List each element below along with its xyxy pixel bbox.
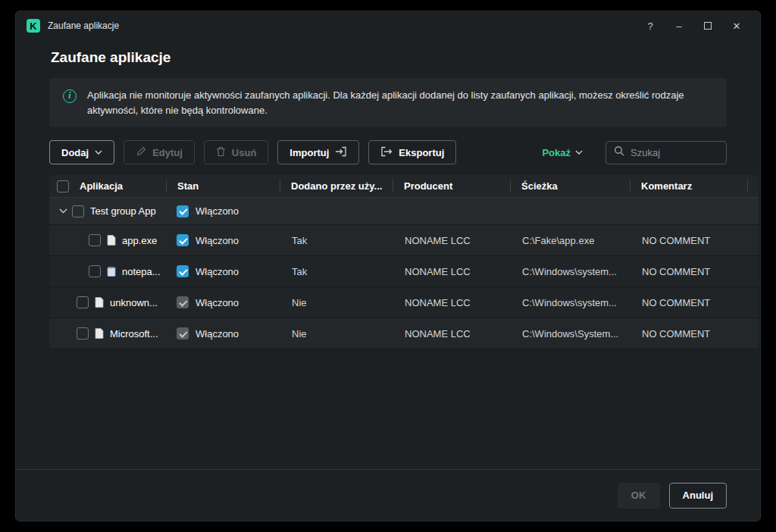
column-header-path[interactable]: Ścieżka: [510, 175, 630, 197]
table-row-group[interactable]: Test group App Włączono: [49, 198, 759, 225]
state-checkbox[interactable]: [177, 296, 189, 308]
column-header-producer[interactable]: Producent: [393, 175, 510, 197]
help-button[interactable]: ?: [639, 16, 662, 36]
column-header-added-by-user[interactable]: Dodano przez uży...: [280, 175, 393, 197]
close-icon: ✕: [733, 20, 741, 32]
close-button[interactable]: ✕: [725, 16, 748, 36]
info-icon: i: [63, 89, 77, 103]
producer-value: NONAME LCC: [393, 235, 510, 246]
added-by-user-value: Nie: [280, 328, 393, 340]
comment-value: NO COMMENT: [630, 235, 747, 246]
chevron-down-icon: [575, 150, 583, 155]
row-checkbox[interactable]: [89, 265, 101, 277]
maximize-button[interactable]: [696, 16, 719, 36]
state-label: Włączono: [196, 205, 239, 217]
export-icon: [380, 146, 393, 159]
kaspersky-logo-icon: K: [27, 19, 40, 33]
table-row[interactable]: unknown... Włączono Nie NONAME LCC C:\Wi…: [49, 287, 759, 318]
table-row[interactable]: notepa... Włączono Tak NONAME LCC C:\Win…: [49, 256, 759, 287]
chevron-down-icon: [95, 150, 102, 155]
table-row[interactable]: Microsoft... Włączono Nie NONAME LCC C:\…: [49, 318, 759, 349]
file-icon: [107, 235, 116, 246]
added-by-user-value: Nie: [280, 297, 393, 308]
state-label: Włączono: [196, 266, 239, 277]
state-checkbox[interactable]: [177, 327, 189, 340]
edit-button-label: Edytuj: [152, 147, 183, 158]
table-header-row: Aplikacja Stan Dodano przez uży... Produ…: [49, 175, 759, 198]
comment-value: NO COMMENT: [630, 328, 747, 340]
delete-button[interactable]: Usuń: [204, 140, 269, 164]
application-name: Microsoft...: [110, 328, 158, 340]
trash-icon: [216, 146, 226, 159]
show-dropdown[interactable]: Pokaż: [542, 147, 583, 158]
help-icon: ?: [647, 20, 652, 32]
state-checkbox[interactable]: [177, 234, 189, 246]
import-icon: [335, 146, 347, 159]
header-filler-cell: [747, 175, 759, 197]
maximize-icon: [704, 22, 712, 30]
import-button-label: Importuj: [289, 147, 329, 158]
comment-value: NO COMMENT: [630, 266, 747, 277]
column-header-comment[interactable]: Komentarz: [630, 175, 747, 197]
search-input[interactable]: [630, 147, 718, 158]
column-header-state[interactable]: Stan: [166, 175, 280, 197]
table-empty-area: [49, 349, 759, 442]
state-checkbox[interactable]: [177, 265, 189, 277]
file-icon: [95, 328, 104, 339]
show-label: Pokaż: [542, 147, 571, 158]
page-title: Zaufane aplikacje: [51, 49, 727, 66]
add-button[interactable]: Dodaj: [49, 140, 114, 164]
export-button-label: Eksportuj: [399, 147, 444, 158]
minimize-button[interactable]: –: [668, 16, 690, 36]
title-bar: K Zaufane aplikacje ? – ✕: [16, 11, 760, 40]
producer-value: NONAME LCC: [393, 266, 510, 277]
expand-chevron-icon[interactable]: [59, 208, 67, 214]
path-value: C:\Fake\app.exe: [510, 235, 630, 246]
edit-button[interactable]: Edytuj: [124, 140, 195, 164]
select-all-checkbox[interactable]: [57, 180, 69, 192]
row-checkbox[interactable]: [77, 327, 89, 340]
delete-button-label: Usuń: [232, 147, 257, 158]
cancel-button[interactable]: Anuluj: [669, 483, 727, 509]
row-checkbox[interactable]: [77, 296, 89, 308]
info-banner-text: Aplikacja nie monitoruje aktywności zauf…: [87, 88, 713, 117]
producer-value: NONAME LCC: [393, 297, 510, 308]
comment-value: NO COMMENT: [630, 297, 747, 308]
app-window: K Zaufane aplikacje ? – ✕ Zaufane aplika…: [15, 11, 761, 521]
path-value: C:\Windows\system...: [510, 266, 630, 277]
minimize-icon: –: [676, 20, 681, 32]
application-name: unknown...: [110, 297, 158, 308]
applications-table: Aplikacja Stan Dodano przez uży... Produ…: [49, 175, 759, 442]
export-button[interactable]: Eksportuj: [368, 140, 456, 164]
application-name: app.exe: [122, 235, 157, 246]
import-button[interactable]: Importuj: [277, 140, 359, 164]
toolbar: Dodaj Edytuj Usuń Importuj: [49, 140, 727, 164]
pencil-icon: [136, 146, 146, 159]
path-value: C:\Windows\system...: [510, 297, 630, 308]
application-name: notepa...: [122, 266, 161, 277]
header-checkbox-cell: [49, 180, 77, 192]
added-by-user-value: Tak: [280, 235, 393, 246]
added-by-user-value: Tak: [280, 266, 393, 277]
state-checkbox[interactable]: [177, 205, 189, 217]
footer: OK Anuluj: [16, 469, 760, 521]
path-value: C:\Windows\System...: [510, 328, 630, 340]
add-button-label: Dodaj: [61, 147, 89, 158]
search-box[interactable]: [605, 141, 727, 164]
search-icon: [614, 146, 624, 159]
table-row[interactable]: app.exe Włączono Tak NONAME LCC C:\Fake\…: [49, 225, 759, 256]
file-icon: [95, 297, 104, 308]
ok-button[interactable]: OK: [618, 483, 660, 509]
group-name: Test group App: [90, 205, 156, 217]
row-checkbox[interactable]: [72, 205, 84, 217]
notepad-icon: [107, 266, 116, 277]
state-label: Włączono: [196, 297, 239, 308]
row-checkbox[interactable]: [89, 234, 101, 246]
info-banner: i Aplikacja nie monitoruje aktywności za…: [49, 78, 727, 127]
state-label: Włączono: [196, 328, 239, 340]
window-title: Zaufane aplikacje: [48, 20, 119, 31]
producer-value: NONAME LCC: [393, 328, 510, 340]
column-header-application[interactable]: Aplikacja: [77, 175, 166, 197]
state-label: Włączono: [196, 235, 239, 246]
